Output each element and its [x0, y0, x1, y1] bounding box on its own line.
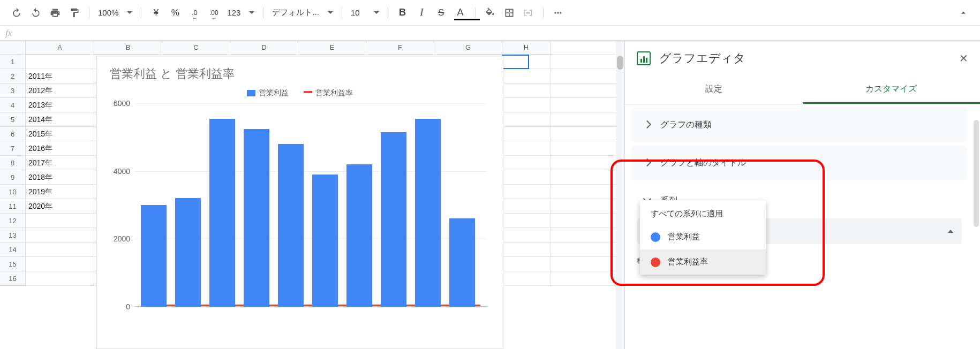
cell[interactable]: 2011年	[26, 69, 94, 83]
col-header-F[interactable]: F	[366, 41, 434, 54]
row-header[interactable]: 1	[0, 55, 26, 69]
cell[interactable]	[502, 156, 551, 170]
caret-up-icon	[948, 230, 953, 233]
bold-button[interactable]: B	[394, 4, 412, 22]
row-header[interactable]: 9	[0, 170, 26, 184]
row-header[interactable]: 16	[0, 271, 26, 285]
cell[interactable]: 2018年	[26, 170, 94, 184]
italic-button[interactable]: I	[413, 4, 431, 22]
cell[interactable]	[502, 127, 551, 141]
cell[interactable]: 2013年	[26, 98, 94, 112]
cell[interactable]	[502, 185, 551, 199]
select-all-corner[interactable]	[0, 41, 26, 54]
col-header-D[interactable]: D	[230, 41, 298, 54]
cell[interactable]	[26, 257, 94, 271]
font-label: デフォルト...	[272, 7, 319, 18]
borders-button[interactable]	[500, 4, 518, 22]
format-currency-button[interactable]: ¥	[147, 4, 165, 22]
cell[interactable]: 2012年	[26, 84, 94, 97]
col-header-C[interactable]: C	[162, 41, 230, 54]
cell[interactable]: 2017年	[26, 156, 94, 170]
row-header[interactable]: 11	[0, 199, 26, 213]
cell[interactable]	[502, 228, 551, 242]
cell[interactable]: 2019年	[26, 185, 94, 199]
row-header[interactable]: 15	[0, 257, 26, 271]
dropdown-apply-all[interactable]: すべての系列に適用	[640, 200, 766, 224]
col-header-E[interactable]: E	[298, 41, 366, 54]
row-header[interactable]: 10	[0, 185, 26, 199]
cell[interactable]	[26, 228, 94, 242]
text-color-button[interactable]: A	[451, 4, 470, 22]
cell[interactable]	[502, 242, 551, 256]
number-format-dropdown[interactable]: 123	[224, 4, 258, 22]
y-axis-tick: 6000	[105, 99, 130, 108]
embedded-chart[interactable]: 営業利益 と 営業利益率 営業利益 営業利益率 0200040006000	[96, 56, 503, 349]
font-family-dropdown[interactable]: デフォルト...	[269, 4, 336, 22]
cell[interactable]	[26, 214, 94, 227]
col-header-B[interactable]: B	[94, 41, 162, 54]
collapse-toolbar-button[interactable]	[954, 4, 973, 22]
spreadsheet-grid[interactable]: A B C D E F G H 122011年32012年42013年52014…	[0, 41, 616, 349]
col-header-H[interactable]: H	[502, 41, 551, 54]
panel-scrollbar[interactable]	[973, 85, 980, 349]
cell[interactable]: 2016年	[26, 141, 94, 155]
row-header[interactable]: 14	[0, 242, 26, 256]
cell[interactable]	[502, 69, 551, 83]
row-header[interactable]: 13	[0, 228, 26, 242]
cell[interactable]	[502, 112, 551, 126]
cell[interactable]	[502, 141, 551, 155]
svg-point-1	[557, 12, 559, 13]
strikethrough-button[interactable]: S	[432, 4, 450, 22]
cell[interactable]	[26, 271, 94, 285]
chart-editor-icon	[637, 51, 651, 65]
cell[interactable]: 2015年	[26, 127, 94, 141]
tab-setup[interactable]: 設定	[625, 76, 803, 104]
vertical-scrollbar[interactable]	[616, 41, 624, 349]
zoom-dropdown[interactable]: 100%	[95, 4, 135, 22]
cell[interactable]: 2014年	[26, 112, 94, 126]
cell[interactable]	[502, 170, 551, 184]
cell[interactable]	[502, 199, 551, 213]
chart-bar	[415, 119, 441, 307]
y-axis-tick: 0	[105, 302, 130, 311]
chart-bar	[209, 119, 235, 307]
cell[interactable]	[502, 214, 551, 227]
font-size-dropdown[interactable]: 10	[348, 4, 382, 22]
row-header[interactable]: 3	[0, 84, 26, 97]
col-header-G[interactable]: G	[434, 41, 502, 54]
redo-button[interactable]	[27, 4, 45, 22]
increase-decimal-button[interactable]: .00→	[205, 4, 223, 22]
close-panel-button[interactable]: ✕	[959, 52, 968, 65]
cell[interactable]	[502, 55, 551, 69]
cell[interactable]	[502, 98, 551, 112]
more-toolbar-button[interactable]	[549, 4, 567, 22]
row-header[interactable]: 2	[0, 69, 26, 83]
paint-format-button[interactable]	[65, 4, 84, 22]
cell[interactable]	[26, 55, 94, 69]
print-button[interactable]	[46, 4, 64, 22]
cell[interactable]	[502, 271, 551, 285]
format-percent-button[interactable]: %	[166, 4, 184, 22]
row-header[interactable]: 12	[0, 214, 26, 227]
row-header[interactable]: 6	[0, 127, 26, 141]
dropdown-option-series2[interactable]: 営業利益率	[640, 249, 766, 275]
cell[interactable]: 2020年	[26, 199, 94, 213]
dropdown-option-series1[interactable]: 営業利益	[640, 224, 766, 249]
section-chart-style[interactable]: グラフの種類	[631, 108, 967, 142]
decrease-decimal-button[interactable]: .0←	[185, 4, 203, 22]
row-header[interactable]: 5	[0, 112, 26, 126]
merge-cells-button[interactable]	[519, 4, 538, 22]
cell[interactable]	[502, 84, 551, 97]
undo-button[interactable]	[7, 4, 26, 22]
row-header[interactable]: 4	[0, 98, 26, 112]
formula-bar[interactable]: fx	[0, 26, 980, 41]
fill-color-button[interactable]	[481, 4, 499, 22]
tab-customize[interactable]: カスタマイズ	[803, 76, 981, 104]
col-header-A[interactable]: A	[26, 41, 94, 54]
row-header[interactable]: 7	[0, 141, 26, 155]
cell[interactable]	[502, 257, 551, 271]
section-chart-titles[interactable]: グラフと軸のタイトル	[631, 146, 967, 180]
chart-bar	[278, 144, 304, 307]
cell[interactable]	[26, 242, 94, 256]
row-header[interactable]: 8	[0, 156, 26, 170]
